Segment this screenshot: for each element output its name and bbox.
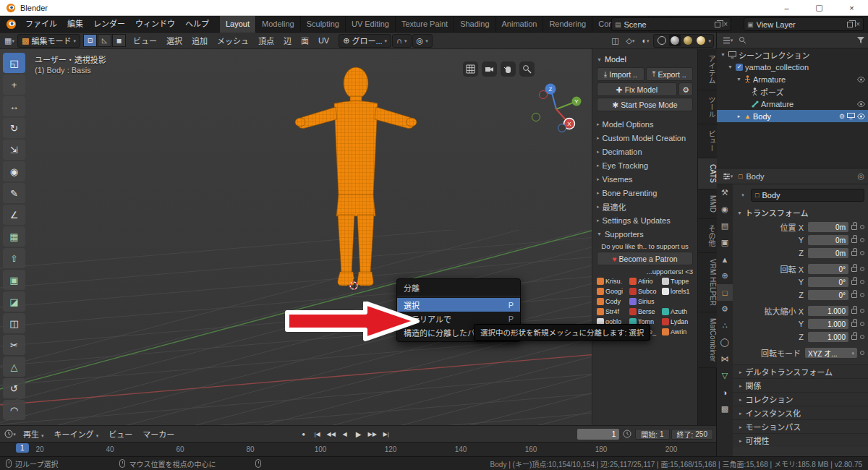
menu-playback[interactable]: 再生 ▾ (19, 428, 48, 440)
tab-texture[interactable]: ▩ (717, 401, 733, 417)
import-model-button[interactable]: ⤓Import .. (597, 67, 644, 81)
scale-z-field[interactable]: 1.000 (808, 332, 848, 342)
rotation-x-field[interactable]: 0° (808, 264, 848, 274)
current-frame-field[interactable]: 1 (577, 429, 619, 440)
tool-inset-faces[interactable]: ▣ (3, 270, 25, 290)
start-pose-mode-button[interactable]: ✱Start Pose Mode (597, 98, 693, 111)
patron-chip[interactable]: Atirio (629, 278, 660, 285)
play-reverse-button[interactable]: ◀ (339, 428, 351, 440)
body-mesh[interactable] (294, 64, 418, 289)
unlink-scene-icon[interactable]: × (723, 20, 728, 28)
scale-y-field[interactable]: 1.000 (808, 319, 848, 329)
patron-chip[interactable]: Cody (597, 298, 627, 305)
patron-chip[interactable]: Azuth (662, 308, 692, 315)
workspace-tab-shading[interactable]: Shading (454, 16, 495, 33)
tab-object[interactable]: □ (717, 284, 733, 301)
proportional-edit-dropdown[interactable]: ◎▾ (412, 34, 433, 48)
lock-icon[interactable] (851, 280, 857, 285)
menu-mesh[interactable]: メッシュ (213, 35, 253, 46)
remove-view-layer-icon[interactable]: × (856, 20, 860, 28)
tool-rotate[interactable]: ↻ (3, 118, 25, 138)
tab-render[interactable]: ◉ (717, 201, 733, 218)
tab-scene[interactable]: ▲ (717, 251, 733, 268)
workspace-tab-texture-paint[interactable]: Texture Paint (396, 16, 454, 33)
tool-transform[interactable]: ◉ (3, 161, 25, 181)
outliner-row-armature-data[interactable]: Armature (717, 98, 868, 110)
mode-dropdown[interactable]: ▩編集モード▾ (17, 34, 80, 48)
tool-cursor[interactable]: + (3, 74, 25, 95)
location-z-field[interactable]: 0m (808, 248, 848, 258)
animate-dot[interactable] (860, 280, 864, 284)
navigation-gizmo[interactable]: Z Y X (529, 80, 583, 134)
patron-chip[interactable]: Str4f (597, 308, 627, 315)
menu-help[interactable]: ヘルプ (180, 16, 214, 33)
minimize-button[interactable]: – (770, 0, 803, 15)
frame-end-field[interactable]: 終了:250 (671, 429, 713, 440)
tab-modifiers[interactable]: ⚙ (717, 301, 733, 317)
patron-chip[interactable]: Googi (597, 288, 627, 295)
patron-chip[interactable]: Berse (629, 308, 660, 315)
patron-chip[interactable]: lorels1 (662, 288, 692, 295)
menu-edge[interactable]: 辺 (279, 35, 296, 46)
workspace-tab-layout[interactable]: Layout (220, 16, 256, 33)
workspace-tab-uv-editing[interactable]: UV Editing (346, 16, 396, 33)
section-motion-paths[interactable]: ▸モーションパス (733, 419, 868, 433)
tab-object-data[interactable]: ▽ (717, 367, 733, 384)
auto-key-button[interactable]: ● (297, 428, 310, 440)
wireframe-shading-button[interactable] (656, 35, 668, 46)
sidebar-tab-cats[interactable]: CATS (698, 158, 717, 189)
rotation-y-field[interactable]: 0° (808, 277, 848, 287)
export-model-button[interactable]: ⤒Export .. (646, 67, 694, 81)
section-optimization[interactable]: ▸最適化 (597, 200, 693, 213)
menu-keying[interactable]: キーイング ▾ (50, 428, 103, 440)
filter-icon[interactable] (857, 37, 864, 43)
workspace-tab-animation[interactable]: Animation (496, 16, 544, 33)
tool-add-cube[interactable]: ▦ (3, 226, 25, 247)
animate-dot[interactable] (860, 251, 864, 255)
patron-chip[interactable]: Lydan (662, 318, 692, 325)
tab-view-layer[interactable]: ▣ (717, 234, 733, 251)
animate-dot[interactable] (860, 335, 864, 339)
tool-smooth[interactable]: ◠ (3, 400, 25, 420)
become-patron-button[interactable]: ♥Become a Patron (597, 252, 693, 265)
eye-icon[interactable] (857, 114, 865, 119)
tool-bevel[interactable]: ◪ (3, 291, 25, 312)
menu-uv[interactable]: UV (314, 36, 333, 45)
sidebar-tab-mmd[interactable]: MMD (698, 189, 717, 219)
lock-icon[interactable] (851, 225, 857, 230)
pin-icon[interactable]: ◎ (857, 171, 864, 181)
tab-constraints[interactable]: ⋈ (717, 351, 733, 367)
workspace-tab-modeling[interactable]: Modeling (256, 16, 301, 33)
outliner-row-body[interactable]: ▸ ▲ Body ⚙ (717, 110, 868, 122)
editor-type-icon[interactable]: ▦▾ (2, 34, 17, 48)
orientation-dropdown[interactable]: ⊕グロー...▾ (339, 34, 391, 48)
animate-dot[interactable] (860, 351, 864, 355)
screen-icon[interactable] (847, 113, 855, 119)
jump-to-start-button[interactable]: |◀ (311, 428, 323, 440)
tool-annotate[interactable]: ✎ (3, 183, 25, 203)
vertex-select-button[interactable]: ⊡ (83, 34, 97, 47)
sidebar-tab-vrm-helper[interactable]: VRM HELPER (698, 253, 717, 312)
material-shading-button[interactable] (682, 35, 694, 46)
section-model-options[interactable]: ▸Model Options (597, 117, 693, 131)
transform-section-header[interactable]: ▼トランスフォーム (737, 207, 864, 218)
section-visemes[interactable]: ▸Visemes (597, 172, 693, 186)
menu-marker[interactable]: マーカー (138, 428, 179, 440)
lock-icon[interactable] (851, 293, 857, 298)
grid-toggle-button[interactable] (463, 61, 478, 77)
new-scene-icon[interactable] (715, 22, 720, 27)
sidebar-tab-matcombiner[interactable]: MatCombiner (698, 312, 717, 368)
sidebar-tab-item[interactable]: アイテム (698, 49, 717, 90)
menu-face[interactable]: 面 (297, 35, 313, 46)
animate-dot[interactable] (860, 309, 864, 313)
lock-icon[interactable] (851, 251, 857, 256)
tool-scale[interactable]: ⇲ (3, 140, 25, 160)
search-icon[interactable] (739, 36, 746, 44)
tool-measure[interactable]: ∠ (3, 205, 25, 225)
blender-app-icon[interactable] (6, 19, 17, 30)
tool-loop-cut[interactable]: ◫ (3, 313, 25, 333)
prev-keyframe-button[interactable]: ◀◀ (325, 428, 337, 440)
menu-add[interactable]: 追加 (187, 35, 212, 46)
close-button[interactable]: × (835, 0, 868, 15)
fix-settings-button[interactable]: ⚙ (678, 82, 693, 96)
